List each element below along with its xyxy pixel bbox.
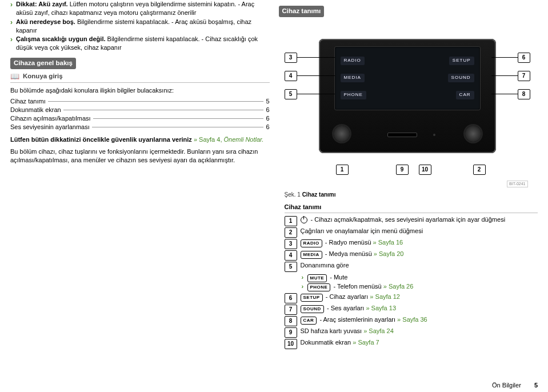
callout-5: 5 [285,89,335,99]
toc-row: Cihazın açılması/kapatılması6 [10,114,270,123]
button-label-icon: MEDIA [301,251,322,259]
legend-num: 10 [285,339,297,349]
page-ref: » Sayfa 20 [372,250,404,257]
button-label-icon: MUTE [307,274,327,282]
legend-text: SOUND - Ses ayarları » Sayfa 13 [301,304,397,313]
warn-tail: Önemli Notlar. [224,136,264,143]
legend-text: Çağrıları ve onaylamalar için menü düğme… [301,227,423,235]
callout-6: 6 [491,53,530,63]
device-figure: RADIO MEDIA PHONE SETUP SOUND CAR [285,29,530,189]
figure-caption: Şek. 1 Cihaz tanımı [285,191,538,199]
callout-1: 1 [336,165,349,175]
callout-9: 9 [396,165,409,175]
legend-num: 2 [285,227,297,238]
toc-dots [63,110,264,110]
bullet-lead: Dikkat: Akü zayıf. [16,1,68,7]
figure-title: Cihaz tanımı [302,191,336,198]
page-ref: » Sayfa 4, [192,136,224,143]
callout-8: 8 [491,89,530,99]
toc-dots [93,118,264,119]
toc-row: Ses seviyesinin ayarlanması6 [10,123,270,131]
toc-page: 6 [266,114,269,123]
softkey-car: CAR [456,91,474,99]
callout-number: 1 [336,165,349,175]
knob-right [465,126,481,142]
page-ref: » Sayfa 12 [368,293,400,300]
section-description: Bu bölüm cihazı, cihaz tuşlarını ve fonk… [10,147,270,165]
sd-slot [387,133,417,137]
legend-row: 1 - Cihazı açmak/kapatmak, ses seviyesin… [285,215,538,226]
toc-label: Cihazın açılması/kapatılması [10,114,91,123]
legend-text: CAR - Araç sistemlerinin ayarları » Sayf… [301,315,427,325]
legend-text: MEDIA - Medya menüsü » Sayfa 20 [301,250,404,259]
page-ref: » Sayfa 24 [362,327,394,334]
toc-page: 6 [266,106,269,114]
legend-num: 7 [285,305,297,315]
screen-softkeys-right: SETUP SOUND CAR [434,47,480,110]
device-body: RADIO MEDIA PHONE SETUP SOUND CAR [319,39,496,153]
legend-row: 3RADIO - Radyo menüsü » Sayfa 16 [285,238,538,249]
callout-3: 3 [285,53,335,63]
reset-pinhole [433,134,435,136]
callout-4: 4 [285,71,335,81]
legend-num: 9 [285,327,297,338]
legend-text: Donanımına göre [301,261,349,270]
softkey-sound: SOUND [448,74,474,82]
callout-number: 5 [285,89,297,99]
bullet-item: Dikkat: Akü zayıf. Lütfen motoru çalıştı… [10,0,270,17]
subsection-label: Konuya giriş [23,72,63,81]
page-ref: » Sayfa 16 [371,239,403,246]
left-column: Dikkat: Akü zayıf. Lütfen motoru çalıştı… [6,0,274,392]
callout-number: 10 [419,165,431,175]
callout-7: 7 [491,71,530,81]
book-icon: 📖 [10,71,19,82]
legend-num: 6 [285,293,297,303]
callout-number: 8 [518,89,530,99]
legend-row: 2Çağrıları ve onaylamalar için menü düğm… [285,227,538,238]
legend-num: 4 [285,250,297,261]
legend-num: 1 [285,216,297,226]
legend-row: 9SD hafıza kartı yuvası » Sayfa 24 [285,327,538,338]
legend-num: 3 [285,239,297,249]
legend-num: 5 [285,262,297,272]
page-ref: » Sayfa 13 [364,305,396,311]
legend-text: - Cihazı açmak/kapatmak, ses seviyesini … [301,215,506,224]
warning-bullets: Dikkat: Akü zayıf. Lütfen motoru çalıştı… [10,0,270,52]
legend-row: 5Donanımına göre [285,261,538,272]
toc-dots [48,101,264,102]
page-ref: » Sayfa 26 [382,283,414,290]
legend-row: 6SETUP - Cihaz ayarları » Sayfa 12 [285,293,538,303]
page-ref: » Sayfa 36 [395,316,427,323]
page-ref: » Sayfa 7 [351,339,379,346]
footer-section: Ön Bilgiler [492,382,521,389]
legend-text: Dokunmatik ekran » Sayfa 7 [301,338,379,347]
softkey-setup: SETUP [449,57,474,65]
toc-page: 6 [266,123,269,131]
legend-title: Cihaz tanımı [285,203,538,213]
callout-2: 2 [473,165,486,175]
legend-row: 10Dokunmatik ekran » Sayfa 7 [285,338,538,349]
safety-warning-line: Lütfen bütün dikkatinizi öncelikle güven… [10,135,270,144]
legend-sub-item: PHONE - Telefon menüsü » Sayfa 26 [302,282,538,291]
toc-label: Ses seviyesinin ayarlanması [10,123,90,131]
callout-number: 2 [473,165,486,175]
toc-page: 5 [266,97,269,106]
button-label-icon: RADIO [301,239,322,247]
toc-label: Dokunmatik ekran [10,106,61,114]
legend-text: RADIO - Radyo menüsü » Sayfa 16 [301,238,403,247]
page-footer: Ön Bilgiler 5 [492,381,538,390]
legend-row: 8CAR - Araç sistemlerinin ayarları » Say… [285,315,538,326]
legend-text: SD hafıza kartı yuvası » Sayfa 24 [301,327,394,335]
button-label-icon: PHONE [307,283,331,291]
screen-softkeys-left: RADIO MEDIA PHONE [335,47,381,110]
softkey-phone: PHONE [341,91,366,99]
knob-left [334,126,350,142]
bullet-item: Akü neredeyse boş. Bilgilendirme sistemi… [10,18,270,35]
bullet-item: Çalışma sıcaklığı uygun değil. Bilgilend… [10,35,270,52]
legend: Cihaz tanımı 1 - Cihazı açmak/kapatmak, … [285,203,538,349]
softkey-media: MEDIA [341,74,365,82]
topic-toc: Cihaz tanımı5 Dokunmatik ekran6 Cihazın … [10,97,270,131]
callout-number: 9 [396,165,409,175]
button-label-icon: SETUP [301,294,323,302]
legend-num: 8 [285,316,297,326]
